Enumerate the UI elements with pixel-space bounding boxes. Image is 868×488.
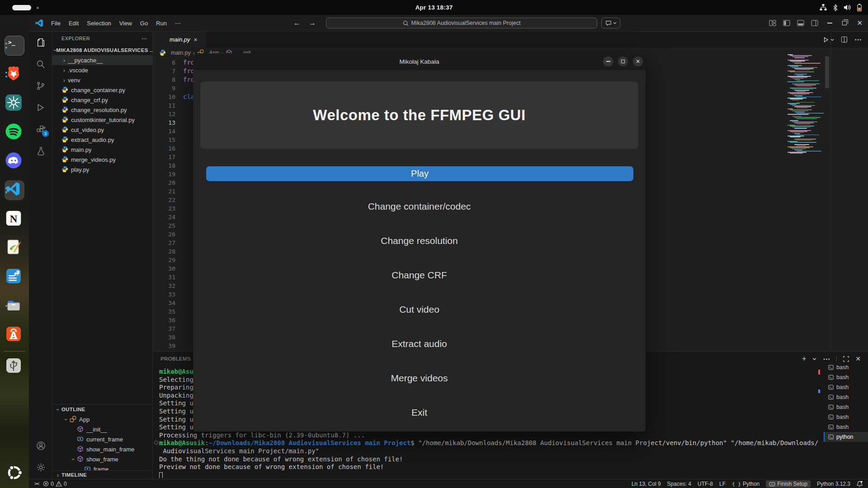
file-tree-item-cut-video-py[interactable]: cut_video.py <box>52 125 152 135</box>
dock-item-terminal-app[interactable]: >_ <box>5 36 24 56</box>
split-editor-icon[interactable] <box>841 36 848 43</box>
file-tree-item-merge-videos-py[interactable]: merge_videos.py <box>52 155 152 164</box>
terminal-tab-bash-1[interactable]: bash <box>824 372 868 382</box>
terminal-tab-bash-6[interactable]: bash <box>824 422 868 432</box>
tab-main-py[interactable]: main.py × <box>153 32 206 47</box>
dock-item-usb-drive[interactable] <box>5 357 24 376</box>
app-button-exit[interactable]: Exit <box>193 407 646 420</box>
forward-arrow-icon[interactable]: → <box>309 19 316 27</box>
terminal-tab-bash-0[interactable]: bash <box>824 362 868 372</box>
problems-status[interactable]: 0 0 <box>43 481 66 487</box>
app-maximize-icon[interactable] <box>618 56 628 66</box>
app-button-change-crf[interactable]: Change CRF <box>193 270 646 282</box>
outline-item-frame[interactable]: frame <box>52 464 152 470</box>
outline-header[interactable]: › OUTLINE <box>52 404 152 414</box>
app-titlebar[interactable]: Mikołaj Kabała ✕ <box>193 53 646 70</box>
activity-explorer-icon[interactable] <box>29 32 52 53</box>
command-decoration-icon[interactable] <box>154 441 158 445</box>
activity-testing-icon[interactable] <box>29 140 52 162</box>
outline-item-show-main-frame[interactable]: show_main_frame <box>52 444 152 454</box>
status-notifications[interactable] <box>857 481 863 487</box>
file-tree-item-play-py[interactable]: play.py <box>52 164 152 174</box>
dock-item-vscode[interactable] <box>5 180 24 200</box>
toggle-secondary-sidebar-icon[interactable] <box>811 19 818 27</box>
workspace-dot[interactable] <box>37 7 39 9</box>
system-tray[interactable] <box>820 0 862 15</box>
tab-close-icon[interactable]: × <box>194 36 198 43</box>
app-close-icon[interactable]: ✕ <box>633 56 643 66</box>
toggle-sidebar-icon[interactable] <box>783 19 790 27</box>
status-python-interpreter[interactable]: Python 3.12.3 <box>817 481 850 487</box>
minimize-icon[interactable] <box>827 23 832 23</box>
dock-item-discord[interactable] <box>5 151 24 171</box>
app-button-cut-video[interactable]: Cut video <box>193 304 646 317</box>
file-tree-item-extract-audio-py[interactable]: extract_audio.py <box>52 135 152 145</box>
menu-go[interactable]: Go <box>136 18 152 28</box>
menu-file[interactable]: File <box>47 18 65 28</box>
app-button-change-resolution[interactable]: Change resolution <box>193 235 646 248</box>
file-tree-item-change-crf-py[interactable]: change_crf.py <box>52 95 152 105</box>
menu-run[interactable]: Run <box>152 18 171 28</box>
breadcrumb-item[interactable]: main.py <box>171 50 191 56</box>
terminal-dropdown-icon[interactable] <box>812 357 816 361</box>
dock-item-teal-app[interactable] <box>5 94 24 113</box>
file-tree-item-venv[interactable]: ›venv <box>52 75 152 85</box>
dock-item-notepad-plus-plus[interactable] <box>5 238 24 258</box>
terminal-tab-bash-3[interactable]: bash <box>824 392 868 402</box>
customize-layout-icon[interactable] <box>769 19 776 27</box>
close-icon[interactable]: ✕ <box>857 21 863 25</box>
back-arrow-icon[interactable]: ← <box>293 19 301 27</box>
editor-more-icon[interactable]: ⋯ <box>854 35 862 44</box>
terminal-tab-bash-4[interactable]: bash <box>824 402 868 412</box>
dock-item-spotify[interactable] <box>5 122 24 142</box>
terminal-tab-bash-5[interactable]: bash <box>824 412 868 422</box>
minimap[interactable] <box>788 54 824 158</box>
file-tree-item-main-py[interactable]: main.py <box>52 145 152 155</box>
toggle-panel-icon[interactable] <box>797 19 804 27</box>
file-tree-item-change-container-py[interactable]: change_container.py <box>52 85 152 95</box>
status-indentation[interactable]: Spaces: 4 <box>667 481 691 487</box>
vscode-titlebar[interactable]: FileEditSelectionViewGoRun⋯ ← → Mika2808… <box>29 15 868 32</box>
dock-item-files[interactable] <box>5 296 24 316</box>
clock[interactable]: Apr 13 18:37 <box>415 4 453 11</box>
terminal-tab-bash-2[interactable]: bash <box>824 382 868 392</box>
activity-run-debug-icon[interactable] <box>29 97 52 118</box>
new-terminal-icon[interactable]: + <box>802 355 806 363</box>
timeline-header[interactable]: › TIMELINE <box>52 470 152 479</box>
play-button[interactable]: Play <box>206 166 633 181</box>
close-panel-icon[interactable]: ✕ <box>855 355 861 362</box>
activity-search-icon[interactable] <box>29 53 52 75</box>
menu-edit[interactable]: Edit <box>65 18 83 28</box>
account-icon[interactable] <box>29 435 52 456</box>
dock-item-app-center[interactable] <box>5 325 24 345</box>
tab-problems[interactable]: PROBLEMS <box>160 356 191 361</box>
remote-indicator[interactable]: >< <box>34 481 38 487</box>
workspace-indicator[interactable] <box>12 5 31 10</box>
copilot-menu-button[interactable] <box>601 18 620 28</box>
restore-icon[interactable] <box>842 21 847 25</box>
explorer-more-icon[interactable]: ⋯ <box>142 36 147 42</box>
status-encoding[interactable]: UTF-8 <box>698 481 713 487</box>
outline-item-show-frame[interactable]: ›show_frame <box>52 454 152 464</box>
status-language-mode[interactable]: { }Python <box>732 481 760 487</box>
command-center-search[interactable]: Mika2808 AudiovisualServices main Projec… <box>326 18 597 28</box>
terminal-tab-python-7[interactable]: python <box>824 432 868 442</box>
file-tree-item--vscode[interactable]: ›.vscode <box>52 65 152 75</box>
scrollbar[interactable] <box>825 56 829 88</box>
file-tree-item-customtkinter-tutorial-py[interactable]: customtkinter_tutorial.py <box>52 115 152 125</box>
dock-item-brave-browser[interactable] <box>5 65 24 84</box>
menu-view[interactable]: View <box>115 18 136 28</box>
dock-item-notion[interactable]: N <box>5 209 24 229</box>
app-button-merge-videos[interactable]: Merge videos <box>193 373 646 385</box>
menu-selection[interactable]: Selection <box>83 18 115 28</box>
status-copilot-finish-setup[interactable]: Finish Setup <box>766 480 811 488</box>
activity-source-control-icon[interactable] <box>29 75 52 97</box>
file-tree-item--pycache-[interactable]: ›__pycache__ <box>52 55 152 65</box>
status-cursor-position[interactable]: Ln 13, Col 9 <box>632 481 661 487</box>
app-button-extract-audio[interactable]: Extract audio <box>193 338 646 351</box>
app-minimize-icon[interactable] <box>603 56 613 66</box>
app-button-change-container-codec[interactable]: Change container/codec <box>193 201 646 214</box>
maximize-panel-icon[interactable] <box>843 356 849 362</box>
settings-gear-icon[interactable] <box>29 456 52 478</box>
outline-item-App[interactable]: ›App <box>52 414 152 424</box>
